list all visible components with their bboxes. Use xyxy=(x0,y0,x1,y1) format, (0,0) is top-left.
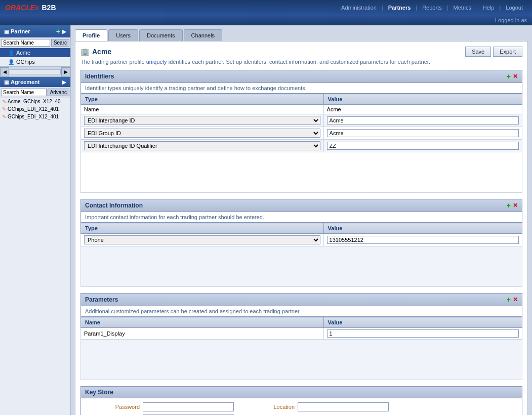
identifier-name-value: Acme xyxy=(323,105,522,114)
tab-profile[interactable]: Profile xyxy=(75,29,107,41)
partner-icon-gchips: 👤 xyxy=(8,59,14,65)
partner-section-label: Partner xyxy=(11,28,30,34)
contact-info-remove-icon[interactable]: ✕ xyxy=(513,202,518,209)
agreement-section: ▣ Agreement ▶ Advanc ✎ Acme_GChips_X12_4… xyxy=(0,77,70,415)
partner-item-gchips[interactable]: 👤 GChips xyxy=(0,57,70,66)
partner-search-row: Searc xyxy=(0,37,70,48)
partner-search-input[interactable] xyxy=(1,39,50,47)
table-empty-row xyxy=(81,340,522,380)
panel-title: 🏢 Acme xyxy=(80,48,111,56)
identifiers-add-icon[interactable]: + xyxy=(507,72,511,80)
nav-help[interactable]: Help xyxy=(479,4,499,12)
location-label: Location xyxy=(244,404,295,410)
table-empty-row xyxy=(81,152,522,193)
nav-partners[interactable]: Partners xyxy=(384,4,415,12)
contact-info-add-icon[interactable]: + xyxy=(507,201,511,210)
agreement-item-0[interactable]: ✎ Acme_GChips_X12_40 xyxy=(0,98,70,105)
identifiers-title-row: Identifiers + ✕ xyxy=(80,70,522,83)
partner-search-button[interactable]: Searc xyxy=(51,39,69,47)
tab-channels[interactable]: Channels xyxy=(184,29,222,41)
identifier-row0-value xyxy=(323,114,522,127)
contact-row0-input[interactable] xyxy=(327,236,519,244)
partner-label-gchips: GChips xyxy=(16,59,35,65)
contact-info-title-row: Contact Information + ✕ xyxy=(80,199,522,212)
logged-in-text: Logged in as xyxy=(495,17,527,23)
oracle-logo: ORACLE® xyxy=(5,4,39,12)
contact-row0-type: Phone xyxy=(81,234,324,246)
table-row: Phone xyxy=(81,234,522,246)
sidebar: ▣ Partner + ▶ Searc 👤 Acme 👤 GChips xyxy=(0,25,71,415)
partner-section: ▣ Partner + ▶ Searc 👤 Acme 👤 GChips xyxy=(0,25,70,67)
parameters-remove-icon[interactable]: ✕ xyxy=(513,296,518,303)
parameters-section: Parameters + ✕ Additional customized par… xyxy=(80,293,522,380)
identifier-row2-input[interactable] xyxy=(327,142,519,150)
table-row: EDI Group ID xyxy=(81,127,522,140)
b2b-logo: B2B xyxy=(42,4,56,12)
tab-users[interactable]: Users xyxy=(108,29,138,41)
identifier-row0-select[interactable]: EDI Interchange ID xyxy=(84,116,320,125)
identifiers-section: Identifiers + ✕ Identifier types uniquel… xyxy=(80,70,522,193)
identifiers-table: Type Value Name Acme EDI Interchan xyxy=(80,94,522,193)
identifiers-description: Identifier types uniquely identify a tra… xyxy=(80,83,522,94)
scroll-track[interactable] xyxy=(10,69,61,74)
tabs-bar: Profile Users Documents Channels xyxy=(71,25,532,41)
partner-collapse-icon[interactable]: ▣ xyxy=(4,29,9,34)
parameters-description: Additional customized parameters can be … xyxy=(80,306,522,317)
agreement-item-1[interactable]: ✎ GChips_EDI_X12_401 xyxy=(0,105,70,113)
identifiers-remove-icon[interactable]: ✕ xyxy=(513,73,518,80)
parameters-title-row: Parameters + ✕ xyxy=(80,293,522,306)
identifier-name-type: Name xyxy=(81,105,324,114)
content-area: Profile Users Documents Channels 🏢 Acme … xyxy=(71,25,532,415)
topbar: ORACLE® B2B Administration | Partners | … xyxy=(0,0,532,15)
uniquely-link[interactable]: uniquely xyxy=(146,59,167,65)
scroll-right-arrow[interactable]: ▶ xyxy=(61,67,70,76)
identifiers-col-value: Value xyxy=(323,94,522,105)
identifier-row0-input[interactable] xyxy=(327,116,519,124)
password-label: Password xyxy=(89,404,140,410)
identifier-row1-input[interactable] xyxy=(327,129,519,137)
partner-expand-icon[interactable]: ▶ xyxy=(62,29,66,34)
logo-area: ORACLE® B2B xyxy=(5,4,56,12)
partner-item-acme[interactable]: 👤 Acme xyxy=(0,48,70,57)
agreement-label-1: GChips_EDI_X12_401 xyxy=(8,106,59,112)
contact-info-description: Important contact information for each t… xyxy=(80,212,522,223)
nav-logout[interactable]: Logout xyxy=(502,4,527,12)
export-button[interactable]: Export xyxy=(493,47,522,57)
nav-reports[interactable]: Reports xyxy=(418,4,446,12)
logged-in-bar: Logged in as xyxy=(0,15,532,25)
main-layout: ▣ Partner + ▶ Searc 👤 Acme 👤 GChips xyxy=(0,25,532,415)
identifier-row2-select[interactable]: EDI Interchange ID Qualifier xyxy=(84,141,320,150)
table-row: Param1_Display xyxy=(81,328,522,340)
partner-add-icon[interactable]: + xyxy=(56,27,60,35)
agreement-advanced-button[interactable]: Advanc xyxy=(48,89,69,96)
scroll-left-arrow[interactable]: ◀ xyxy=(0,67,9,76)
agreement-expand-icon[interactable]: ▶ xyxy=(62,79,66,85)
agreement-label-2: GChips_EDI_X12_401 xyxy=(8,114,59,119)
nav-administration[interactable]: Administration xyxy=(337,4,381,12)
pencil-icon-0: ✎ xyxy=(2,99,6,104)
agreement-search-input[interactable] xyxy=(1,89,47,96)
parameter-row0-input[interactable] xyxy=(327,329,519,338)
contact-info-title: Contact Information xyxy=(85,202,143,209)
agreement-collapse-icon[interactable]: ▣ xyxy=(4,79,9,85)
agreement-item-2[interactable]: ✎ GChips_EDI_X12_401 xyxy=(0,113,70,120)
identifier-row1-select[interactable]: EDI Group ID xyxy=(84,129,320,138)
contact-col-value: Value xyxy=(323,223,522,234)
pencil-icon-2: ✎ xyxy=(2,114,6,119)
contact-row0-select[interactable]: Phone xyxy=(84,235,320,244)
parameters-add-icon[interactable]: + xyxy=(507,296,511,304)
top-navigation: Administration | Partners | Reports | Me… xyxy=(337,4,527,12)
identifier-row2-value xyxy=(323,140,522,152)
tab-documents[interactable]: Documents xyxy=(139,29,183,41)
contact-col-type: Type xyxy=(81,223,324,234)
password-input[interactable] xyxy=(143,402,234,411)
identifier-row1-type: EDI Group ID xyxy=(81,127,324,140)
panel-description: The trading partner profile uniquely ide… xyxy=(80,59,522,65)
table-row: Name Acme xyxy=(81,105,522,114)
save-button[interactable]: Save xyxy=(465,47,491,57)
location-input[interactable] xyxy=(298,402,389,411)
identifiers-col-type: Type xyxy=(81,94,324,105)
nav-metrics[interactable]: Metrics xyxy=(449,4,475,12)
agreement-section-header: ▣ Agreement ▶ xyxy=(0,77,70,87)
identifier-row2-type: EDI Interchange ID Qualifier xyxy=(81,140,324,152)
